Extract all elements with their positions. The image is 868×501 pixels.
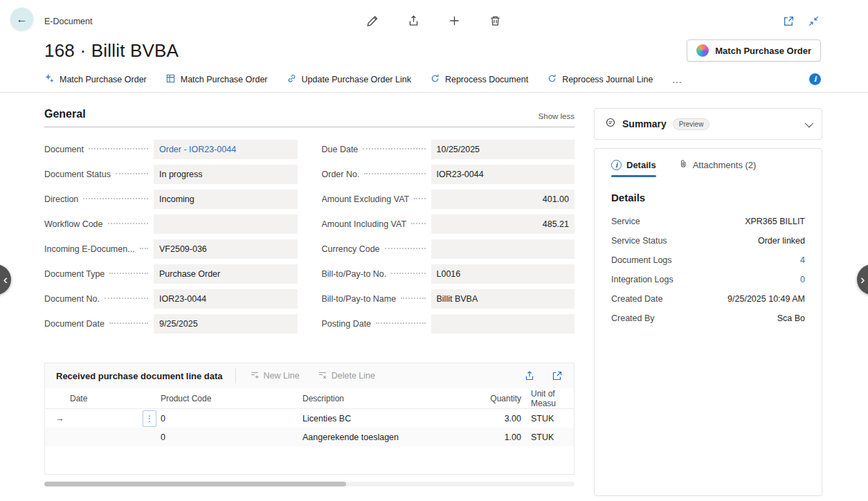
show-less-link[interactable]: Show less: [539, 112, 575, 120]
dotted-leader: [391, 273, 425, 274]
fact-value-integration-logs[interactable]: 0: [800, 275, 805, 284]
field-document-status: Document Status In progress: [44, 165, 298, 184]
page-title: 168 · Billit BVBA: [44, 40, 179, 62]
dotted-leader: [89, 148, 148, 149]
share-button[interactable]: [408, 15, 420, 27]
field-value-incoming-e-document[interactable]: VF2509-036: [154, 239, 298, 259]
field-value-document[interactable]: Order - IOR23-0044: [154, 140, 298, 159]
field-workflow-code: Workflow Code: [44, 215, 298, 234]
open-in-new-window-button[interactable]: [783, 15, 795, 27]
field-value-amount-including-vat[interactable]: 485.21: [431, 215, 575, 234]
field-value-document-date[interactable]: 9/25/2025: [154, 314, 298, 334]
more-actions-button[interactable]: …: [671, 73, 682, 85]
action-match-purchase-order[interactable]: Match Purchase Order: [165, 73, 268, 86]
match-purchase-order-button-label: Match Purchase Order: [715, 46, 811, 56]
sparkle-icon: [44, 73, 55, 86]
refresh-journal-icon: [547, 73, 557, 86]
cell-quantity[interactable]: 1.00: [462, 432, 524, 442]
tab-attachments-label: Attachments (2): [693, 160, 757, 170]
dotted-leader: [364, 173, 425, 174]
field-document-no: Document No. IOR23-0044: [44, 289, 298, 309]
field-label: Document Status: [44, 170, 111, 179]
column-product-code[interactable]: Product Code: [161, 394, 302, 403]
collapse-page-button[interactable]: [808, 15, 820, 27]
new-line-label: New Line: [264, 371, 300, 381]
e-document-page: ← E-Document 168 · Billi: [0, 0, 868, 501]
window-controls: [783, 15, 820, 27]
cell-quantity[interactable]: 3.00: [462, 414, 524, 423]
chevron-down-icon[interactable]: [805, 118, 814, 127]
new-line-button[interactable]: New Line: [250, 370, 300, 382]
cell-product-code[interactable]: 0: [161, 414, 302, 423]
action-label: Match Purchase Order: [181, 75, 268, 84]
fact-value-service: XPR365 BILLIT: [745, 217, 805, 226]
delete-line-icon: [318, 370, 327, 382]
delete-line-button[interactable]: Delete Line: [318, 370, 375, 382]
info-icon[interactable]: i: [809, 73, 821, 85]
field-value-document-no[interactable]: IOR23-0044: [154, 289, 298, 309]
field-bill-to-pay-to-no: Bill-to/Pay-to No. L0016: [322, 264, 575, 284]
cell-description[interactable]: Licenties BC: [302, 414, 462, 423]
field-label: Bill-to/Pay-to Name: [322, 294, 397, 304]
edit-button[interactable]: [367, 15, 379, 27]
column-quantity[interactable]: Quantity: [462, 394, 524, 403]
field-value-bill-to-pay-to-name[interactable]: Billit BVBA: [431, 289, 575, 309]
scrollbar-thumb[interactable]: [44, 482, 346, 486]
paperclip-icon: [678, 159, 688, 171]
cell-unit-of-measure[interactable]: STUK: [524, 414, 574, 423]
fact-value-created-date: 9/25/2025 10:49 AM: [727, 294, 805, 304]
table-row[interactable]: → ⋮ 0 Licenties BC 3.00 STUK: [45, 409, 574, 428]
fact-row-service-status: Service Status Order linked: [595, 231, 822, 250]
match-purchase-order-copilot-button[interactable]: Match Purchase Order: [687, 39, 821, 62]
action-label: Reprocess Document: [445, 75, 528, 84]
fact-value-created-by: Sca Bo: [777, 313, 805, 323]
field-label: Workflow Code: [44, 219, 103, 229]
fact-value-document-logs[interactable]: 4: [800, 255, 805, 265]
column-description[interactable]: Description: [302, 394, 462, 403]
page-caption: E-Document: [44, 17, 92, 26]
new-record-button[interactable]: [449, 15, 461, 27]
field-value-bill-to-pay-to-no[interactable]: L0016: [431, 264, 575, 284]
fact-label: Service Status: [611, 236, 667, 246]
summary-icon: [605, 117, 616, 131]
dotted-leader: [105, 298, 148, 299]
field-value-direction[interactable]: Incoming: [154, 190, 298, 209]
tab-details[interactable]: i Details: [611, 149, 656, 181]
cell-product-code[interactable]: 0: [161, 432, 302, 442]
share-lines-button[interactable]: [524, 370, 535, 381]
fact-row-service: Service XPR365 BILLIT: [595, 212, 822, 231]
row-menu-button[interactable]: ⋮: [143, 410, 156, 427]
field-value-currency-code[interactable]: [431, 239, 575, 259]
column-unit-of-measure[interactable]: Unit of Measu: [524, 389, 574, 408]
field-value-document-status[interactable]: In progress: [154, 165, 298, 184]
fact-value-service-status: Order linked: [758, 236, 805, 246]
action-reprocess-journal-line[interactable]: Reprocess Journal Line: [547, 73, 653, 86]
column-date[interactable]: Date: [70, 394, 143, 403]
field-value-workflow-code[interactable]: [154, 215, 298, 234]
back-button[interactable]: ←: [10, 8, 33, 30]
action-reprocess-document[interactable]: Reprocess Document: [430, 73, 528, 86]
fact-label: Created Date: [611, 294, 662, 304]
table-row[interactable]: 0 Aangerekende toeslagen 1.00 STUK: [45, 428, 574, 446]
preview-badge: Preview: [673, 118, 710, 130]
field-document: Document Order - IOR23-0044: [44, 140, 298, 159]
action-label: Reprocess Journal Line: [562, 75, 653, 84]
fact-row-created-by: Created By Sca Bo: [595, 309, 822, 328]
horizontal-scrollbar[interactable]: [44, 482, 575, 486]
action-match-purchase-order-ai[interactable]: Match Purchase Order: [44, 73, 147, 86]
tab-attachments[interactable]: Attachments (2): [678, 149, 757, 181]
field-amount-excluding-vat: Amount Excluding VAT 401.00: [322, 190, 575, 209]
field-label: Posting Date: [322, 319, 372, 329]
field-amount-including-vat: Amount Including VAT 485.21: [322, 215, 575, 234]
field-value-order-no[interactable]: IOR23-0044: [431, 165, 575, 184]
open-lines-button[interactable]: [552, 370, 563, 381]
field-value-amount-excluding-vat[interactable]: 401.00: [431, 190, 575, 209]
field-value-due-date[interactable]: 10/25/2025: [431, 140, 575, 159]
cell-description[interactable]: Aangerekende toeslagen: [302, 432, 462, 442]
delete-record-button[interactable]: [489, 15, 502, 27]
field-value-posting-date[interactable]: [431, 314, 575, 334]
field-label: Document No.: [44, 294, 100, 304]
field-value-document-type[interactable]: Purchase Order: [154, 264, 298, 284]
cell-unit-of-measure[interactable]: STUK: [524, 432, 574, 442]
action-update-purchase-order-link[interactable]: Update Purchase Order Link: [287, 73, 411, 86]
